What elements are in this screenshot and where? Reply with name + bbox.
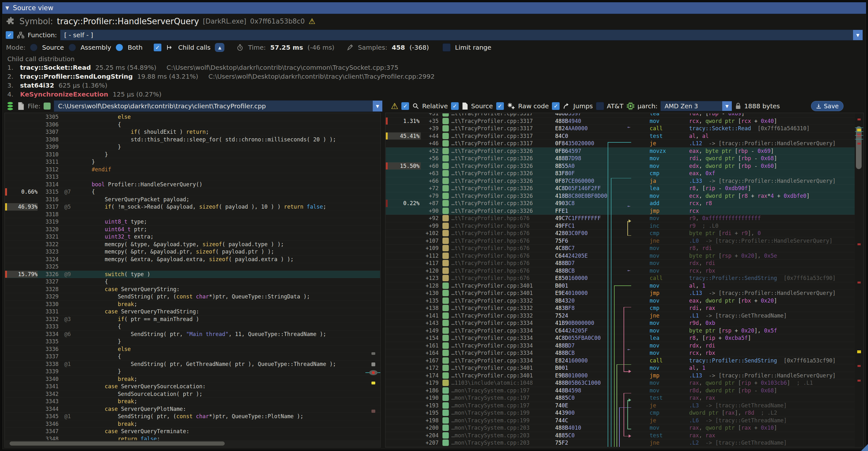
asm-row[interactable]: +198…mon\TracySystem.cpp:199744Cje.L6 ->… [386,417,855,425]
asm-row[interactable]: +52…t\TracyProfiler.cpp:33260FB64597movz… [386,147,855,155]
raw-code-checkbox[interactable]: ✓ [496,102,504,110]
source-checkbox[interactable]: ✓ [451,102,459,110]
asm-row[interactable]: +56…t\TracyProfiler.cpp:3326488B7D98movr… [386,155,855,162]
source-line[interactable]: 3340 break; [5,375,380,383]
source-line[interactable]: 3327 { [5,278,380,286]
asm-row[interactable]: +123…t\TracyProfiler.hpp:676E850160000ca… [386,275,855,282]
source-line[interactable]: 3309 } [5,143,380,151]
asm-row[interactable]: +190…mon\TracySystem.cpp:1974885C0testra… [386,394,855,402]
source-line[interactable]: 3313 [5,173,380,181]
assembly-scrollbar[interactable] [855,113,863,447]
asm-row[interactable]: 1.31%+35…t\TracyProfiler.cpp:3317488B494… [386,118,855,125]
asm-row[interactable]: +149…t\TracyProfiler.cpp:3334C64424205Fm… [386,327,855,335]
asm-row[interactable]: +63…t\TracyProfiler.cpp:332683F80Fcmpeax… [386,170,855,177]
source-line[interactable]: 3347 case ServerQueryTerminate: [5,428,380,435]
file-combo-arrow-icon[interactable]: ▼ [373,101,382,112]
asm-row[interactable]: +109…t\TracyProfiler.hpp:6764C8BC7movr8,… [386,245,855,252]
asm-row[interactable]: +164…t\TracyProfiler.cpp:3334488BCBmovrc… [386,350,855,357]
asm-row[interactable]: +102…t\TracyProfiler.hpp:67642803C0F00cm… [386,230,855,237]
asm-row[interactable]: +154…t\TracyProfiler.cpp:33344C8D055FBA0… [386,334,855,342]
child-call-item[interactable]: 3.stat64i32625 µs (1.36%) [7,81,861,90]
source-line[interactable]: 3333 { [5,323,380,331]
child-call-name[interactable]: tracy::Socket::Read [20,63,91,72]
asm-row[interactable]: +207…mon\TracySystem.cpp:20375F2jne.L2 -… [386,439,855,447]
asm-row[interactable]: +138…t\TracyProfiler.cpp:3332483BF8cmprd… [386,304,855,312]
asm-row[interactable]: +143…t\TracyProfiler.cpp:333441B90B00000… [386,320,855,327]
asm-row[interactable]: +167…t\TracyProfiler.cpp:3334E824160000c… [386,357,855,365]
source-line[interactable]: 3306 { [5,121,380,129]
child-call-item[interactable]: 4.KeSynchronizeExecution125 µs (0.27%) [7,90,861,99]
source-line[interactable]: 3305 else [5,113,380,121]
asm-row[interactable]: +31…t\TracyProfiler.cpp:3317488D5597lear… [386,113,855,118]
asm-row[interactable]: +128…t\TracyProfiler.cpp:3401B001moval, … [386,282,855,290]
source-line[interactable]: 3321 uint32_t extra; [5,233,380,241]
asm-row[interactable]: +72…t\TracyProfiler.cpp:33264C8D05F146F2… [386,185,855,192]
asm-row[interactable]: +161…t\TracyProfiler.cpp:3334488BD7movrd… [386,342,855,350]
source-line[interactable]: 3331 case ServerQueryThreadString: [5,308,380,315]
child-call-name[interactable]: stat64i32 [20,81,54,90]
source-line[interactable]: 3328 case ServerQueryString: [5,286,380,293]
asm-row[interactable]: +135…t\TracyProfiler.cpp:33328B4320movea… [386,297,855,305]
limit-range-checkbox[interactable] [442,43,451,52]
radio-assembly[interactable] [68,43,76,51]
source-line[interactable]: 46.93%3317@5 if( !m_sock->Read( &payload… [5,203,380,211]
asm-row[interactable]: +92…t\TracyProfiler.hpp:67649C7C1FFFFFFF… [386,215,855,222]
asm-row[interactable]: +120…t\TracyProfiler.hpp:676488BCBmovrcx… [386,267,855,275]
asm-row[interactable]: +66…t\TracyProfiler.cpp:33260F87CE060000… [386,177,855,185]
source-line[interactable]: 3338@1 SendString( ptr, GetThreadName( p… [5,361,380,368]
asm-row[interactable]: +90…t\TracyProfiler.cpp:3326FFE1jmprcx [386,207,855,215]
source-line[interactable]: 3334@6 SendString( ptr, "Main thread", 1… [5,331,380,338]
source-line[interactable]: 3319 uint8_t type; [5,218,380,226]
source-line[interactable]: 3344 case ServerQueryPlotName: [5,405,380,413]
collapse-icon[interactable]: ▼ [5,5,9,11]
asm-row[interactable]: +179…1103\include\atomic:1048488B05B63C1… [386,379,855,387]
uarch-combo-arrow-icon[interactable]: ▼ [722,101,732,111]
radio-source[interactable] [30,43,37,51]
asm-row[interactable]: +193…mon\TracySystem.cpp:197740Eje.L3 ->… [386,402,855,410]
sort-up-button[interactable]: ▲ [215,43,224,52]
file-combo[interactable]: C:\Users\wolf\Desktop\darkrl\contrib\tra… [54,100,382,112]
asm-row[interactable]: +107…t\TracyProfiler.hpp:67675F6jne.L0 -… [386,237,855,245]
asm-row[interactable]: +130…t\TracyProfiler.cpp:3401E9E4010000j… [386,290,855,297]
asm-row[interactable]: +209…mon\TracySystem.cpp:258488D35E88610… [386,447,855,447]
source-line[interactable]: 3316 ServerQueryPacket payload; [5,196,380,204]
source-line[interactable]: 15.79%3326@9 switch( type ) [5,271,380,278]
window-titlebar[interactable]: ▼ Source view [2,2,866,14]
source-line[interactable]: 3346 break; [5,420,380,428]
source-line[interactable]: 3322 memcpy( &type, &payload.type, sizeo… [5,241,380,248]
source-line[interactable]: 3348 return false; [5,435,380,441]
function-combo[interactable]: [ - self - ] ▼ [60,30,863,40]
source-line[interactable]: 3341 case ServerQuerySourceLocation: [5,383,380,390]
child-call-item[interactable]: 2.tracy::Profiler::SendLongString19.88 m… [7,72,861,81]
asm-row[interactable]: +46…t\TracyProfiler.cpp:33170F8435020000… [386,140,855,147]
asm-row[interactable]: 0.22%+87…t\TracyProfiler.cpp:33264903C8a… [386,200,855,207]
assembly-view[interactable]: +31…t\TracyProfiler.cpp:3317488D5597lear… [386,113,855,447]
source-line[interactable]: 3342 SendSourceLocation( ptr ); [5,390,380,398]
asm-row[interactable]: +186…mon\TracySystem.cpp:197448B4598movr… [386,387,855,395]
source-line[interactable]: 3311} [5,158,380,166]
source-line[interactable]: 3307 if( shouldExit ) return; [5,128,380,136]
asm-row[interactable]: +174…t\TracyProfiler.cpp:3401E9B8010000j… [386,372,855,380]
att-checkbox[interactable] [596,102,604,110]
source-line[interactable]: 3343 break; [5,398,380,405]
save-button[interactable]: Save [811,101,843,111]
asm-row[interactable]: +39…t\TracyProfiler.cpp:3317E824AA0000ca… [386,125,855,132]
asm-row[interactable]: +172…t\TracyProfiler.cpp:3401B001moval, … [386,364,855,372]
uarch-combo[interactable]: AMD Zen 3 ▼ [660,101,732,111]
asm-row[interactable]: +195…mon\TracySystem.cpp:199443900cmpdwo… [386,409,855,417]
function-combo-arrow-icon[interactable]: ▼ [853,30,863,40]
resize-grip[interactable] [861,444,868,451]
asm-row[interactable]: +141…t\TracyProfiler.cpp:33327524jne.L1 … [386,312,855,320]
source-line[interactable]: 3329 SendString( ptr, (const char*)ptr, … [5,293,380,301]
source-line[interactable]: 3325 [5,263,380,271]
source-line[interactable]: 3337 { [5,353,380,361]
function-checkbox[interactable]: ✓ [5,31,14,39]
asm-row[interactable]: 45.41%+44…t\TracyProfiler.cpp:331784C0te… [386,132,855,140]
asm-row[interactable]: +99…t\TracyProfiler.hpp:67649FFC1incr9 ;… [386,222,855,230]
source-code-view[interactable]: 3305 else3306 {3307 if( shouldExit ) ret… [5,113,380,440]
child-call-name[interactable]: tracy::Profiler::SendLongString [20,72,133,81]
source-line[interactable]: 3330 break; [5,301,380,308]
source-line[interactable]: 3336 else [5,345,380,353]
source-line[interactable]: 3339 } [5,368,380,375]
source-line[interactable]: 0.66%3315@7{ [5,188,380,196]
